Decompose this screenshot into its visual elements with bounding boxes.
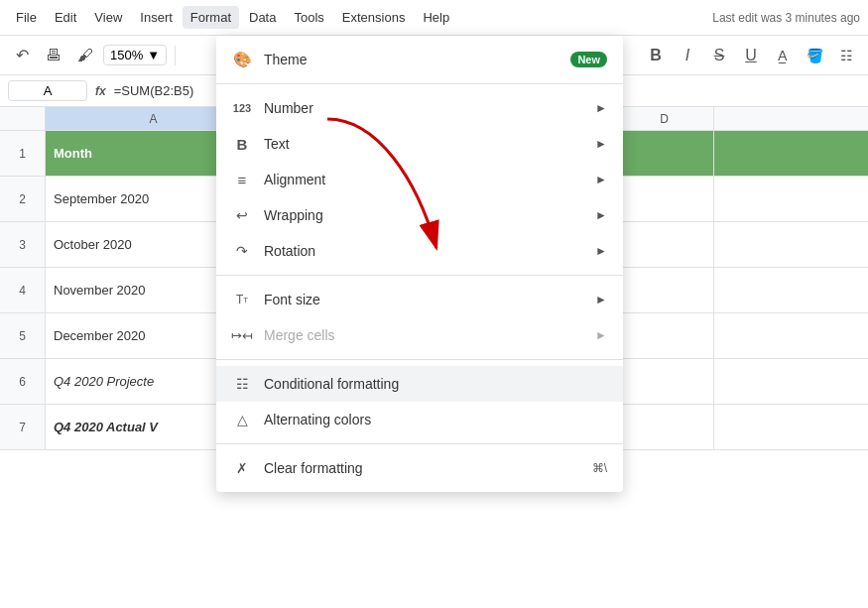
menu-insert[interactable]: Insert: [132, 6, 181, 29]
row-number: 2: [0, 177, 46, 221]
menu-item-theme-label: Theme: [264, 52, 558, 67]
menu-divider-2: [216, 275, 623, 276]
formula-content: =SUM(B2:B5): [114, 83, 194, 98]
menu-item-alternating-colors[interactable]: △ Alternating colors: [216, 402, 623, 437]
menu-data[interactable]: Data: [241, 6, 284, 29]
menu-extensions[interactable]: Extensions: [334, 6, 414, 29]
cell-d7[interactable]: [615, 405, 714, 449]
cell-d3[interactable]: [615, 222, 714, 267]
menu-item-wrapping-label: Wrapping: [264, 207, 583, 223]
paint-bucket-button[interactable]: 🪣: [801, 42, 828, 69]
arrow-right-icon: ►: [595, 173, 607, 186]
menu-format[interactable]: Format: [183, 6, 239, 29]
cell-reference-input[interactable]: [8, 80, 87, 101]
menu-tools[interactable]: Tools: [286, 6, 331, 29]
menu-bar: File Edit View Insert Format Data Tools …: [0, 0, 868, 36]
row-number: 4: [0, 268, 46, 312]
menu-item-conditional-formatting-label: Conditional formatting: [264, 376, 607, 392]
text-bold-icon: B: [232, 134, 252, 154]
wrapping-icon: ↩: [232, 205, 252, 225]
menu-item-alternating-colors-label: Alternating colors: [264, 412, 607, 427]
merge-cells-icon: ↦↤: [232, 325, 252, 345]
arrow-right-icon: ►: [595, 208, 607, 222]
menu-divider-1: [216, 83, 623, 84]
menu-item-text[interactable]: B Text ►: [216, 126, 623, 162]
row-number: 7: [0, 405, 46, 449]
row-number: 6: [0, 359, 46, 404]
menu-item-number[interactable]: 123 Number ►: [216, 90, 623, 126]
cell-d6[interactable]: [615, 359, 714, 404]
menu-item-theme[interactable]: 🎨 Theme New: [216, 42, 623, 77]
conditional-formatting-icon: ☷: [232, 374, 252, 394]
alternating-colors-icon: △: [232, 410, 252, 429]
format-dropdown-menu: 🎨 Theme New 123 Number ► B Text ► ≡ Alig…: [216, 36, 623, 492]
toolbar-divider-1: [175, 46, 176, 65]
bold-button[interactable]: B: [642, 42, 670, 69]
arrow-right-icon: ►: [595, 244, 607, 258]
paint-format-button[interactable]: 🖌: [71, 42, 99, 69]
col-header-d[interactable]: D: [615, 107, 714, 130]
zoom-select[interactable]: 150% ▼: [103, 45, 167, 65]
rotation-icon: ↷: [232, 241, 252, 261]
menu-help[interactable]: Help: [415, 6, 457, 29]
undo-button[interactable]: ↶: [8, 42, 36, 69]
row-number-header: [0, 107, 46, 130]
menu-item-rotation[interactable]: ↷ Rotation ►: [216, 233, 623, 269]
arrow-right-icon: ►: [595, 137, 607, 151]
number-icon: 123: [232, 98, 252, 118]
cell-d4[interactable]: [615, 268, 714, 312]
cell-d1[interactable]: [615, 131, 714, 176]
clear-formatting-icon: ✗: [232, 458, 252, 478]
menu-item-clear-formatting[interactable]: ✗ Clear formatting ⌘\: [216, 450, 623, 486]
toolbar-right-group: B I S U A̲ 🪣 ☷: [642, 42, 860, 69]
menu-item-conditional-formatting[interactable]: ☷ Conditional formatting: [216, 366, 623, 402]
arrow-right-icon: ►: [595, 293, 607, 306]
menu-item-rotation-label: Rotation: [264, 243, 583, 259]
menu-file[interactable]: File: [8, 6, 45, 29]
arrow-right-icon: ►: [595, 101, 607, 115]
row-number: 1: [0, 131, 46, 176]
clear-formatting-shortcut: ⌘\: [592, 461, 607, 475]
menu-item-merge-cells-label: Merge cells: [264, 327, 583, 343]
arrow-right-icon: ►: [595, 328, 607, 342]
zoom-chevron-icon: ▼: [147, 48, 160, 62]
print-button[interactable]: 🖶: [40, 42, 67, 69]
menu-item-wrapping[interactable]: ↩ Wrapping ►: [216, 197, 623, 233]
menu-divider-4: [216, 443, 623, 444]
fill-color-button[interactable]: A̲: [769, 42, 797, 69]
menu-item-merge-cells[interactable]: ↦↤ Merge cells ►: [216, 317, 623, 353]
borders-button[interactable]: ☷: [832, 42, 860, 69]
row-number: 5: [0, 313, 46, 358]
menu-item-clear-formatting-label: Clear formatting: [264, 460, 580, 476]
menu-divider-3: [216, 359, 623, 360]
menu-item-alignment-label: Alignment: [264, 172, 583, 187]
underline-button[interactable]: U: [737, 42, 765, 69]
menu-item-font-size-label: Font size: [264, 292, 583, 307]
last-edit-label: Last edit was 3 minutes ago: [712, 11, 860, 25]
cell-d5[interactable]: [615, 313, 714, 358]
new-badge: New: [570, 52, 607, 67]
italic-button[interactable]: I: [674, 42, 701, 69]
cell-d2[interactable]: [615, 177, 714, 221]
menu-item-number-label: Number: [264, 100, 583, 116]
menu-item-alignment[interactable]: ≡ Alignment ►: [216, 162, 623, 197]
menu-item-text-label: Text: [264, 136, 583, 152]
palette-icon: 🎨: [232, 50, 252, 69]
font-size-icon: TT: [232, 290, 252, 309]
strikethrough-button[interactable]: S: [705, 42, 733, 69]
menu-edit[interactable]: Edit: [47, 6, 84, 29]
menu-item-font-size[interactable]: TT Font size ►: [216, 282, 623, 317]
alignment-icon: ≡: [232, 170, 252, 189]
menu-view[interactable]: View: [86, 6, 130, 29]
fx-label: fx: [95, 84, 106, 98]
row-number: 3: [0, 222, 46, 267]
zoom-value: 150%: [110, 48, 143, 62]
